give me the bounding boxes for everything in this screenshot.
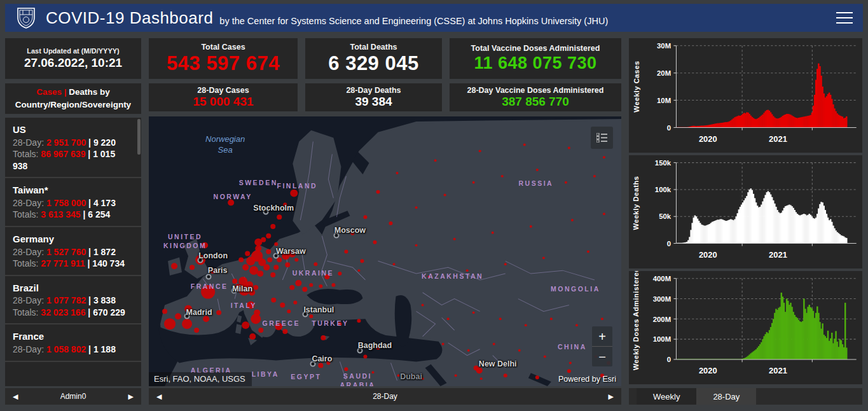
admin-pager: ◀ Admin0 ▶ [5, 388, 141, 405]
legend-icon[interactable] [591, 127, 613, 149]
svg-text:300M: 300M [653, 295, 671, 302]
svg-text:2020: 2020 [699, 366, 717, 375]
total-cases-tile[interactable]: Total Cases 543 597 674 [149, 38, 298, 79]
admin-prev-arrow[interactable]: ◀ [5, 393, 25, 401]
day28-vaccine-tile[interactable]: 28-Day Vaccine Doses Administered 387 85… [450, 83, 621, 111]
page-subtitle: by the Center for Systems Science and En… [219, 16, 608, 26]
country-row[interactable]: France28-Day: 1 058 802 | 1 188 [5, 324, 141, 361]
chart-tabs: Weekly 28-Day [629, 388, 862, 405]
day28-cases-value: 15 000 431 [193, 95, 253, 109]
svg-text:200M: 200M [653, 315, 671, 323]
map-attribution: Esri, FAO, NOAA, USGS [149, 372, 252, 386]
chart-ylabel: Weekly Cases [633, 60, 640, 112]
chart-ylabel: Weekly Doses Administered [633, 271, 640, 370]
country-name: Germany [13, 233, 131, 246]
chart-ylabel: Weekly Deaths [633, 176, 640, 230]
svg-text:0: 0 [667, 240, 671, 247]
day28-vaccine-value: 387 856 770 [502, 95, 569, 109]
svg-text:0: 0 [667, 356, 671, 363]
map-pager: ◀ 28-Day ▶ [149, 388, 621, 405]
zoom-in-button[interactable]: + [592, 326, 612, 346]
svg-text:2021: 2021 [769, 134, 787, 144]
country-list-header: Cases | Deaths by Country/Region/Soverei… [5, 83, 141, 114]
page-title: COVID-19 Dashboard [46, 8, 213, 28]
admin-next-arrow[interactable]: ▶ [121, 393, 141, 401]
main-column: Total Cases 543 597 674 Total Deaths 6 3… [149, 38, 621, 405]
deaths-toggle[interactable]: Deaths by [69, 87, 110, 97]
svg-text:50k: 50k [659, 213, 672, 221]
country-totals-line: Totals: 27 771 911 | 140 734 [13, 258, 131, 269]
total-deaths-label: Total Deaths [350, 43, 397, 52]
map-prev-arrow[interactable]: ◀ [149, 393, 169, 401]
svg-text:20M: 20M [657, 69, 671, 77]
day28-vaccine-label: 28-Day Vaccine Doses Administered [467, 86, 604, 95]
jhu-shield-logo [17, 7, 36, 29]
svg-text:2021: 2021 [769, 250, 787, 260]
charts-column: 010M20M30M20202021Weekly Cases 050k100k1… [629, 38, 862, 405]
svg-text:100k: 100k [655, 186, 672, 193]
country-28day-line: 28-Day: 1 077 782 | 3 838 [13, 295, 131, 306]
country-row[interactable]: Taiwan*28-Day: 1 758 000 | 4 173Totals: … [5, 178, 141, 227]
powered-by-esri: Powered by Esri [558, 375, 616, 384]
country-28day-line: 28-Day: 1 758 000 | 4 173 [13, 197, 131, 209]
svg-text:2020: 2020 [699, 134, 717, 144]
weekly-deaths-chart: 050k100k150k20202021Weekly Deaths [629, 155, 862, 268]
tab-28day[interactable]: 28-Day [696, 388, 756, 405]
map-next-arrow[interactable]: ▶ [601, 393, 621, 401]
svg-text:2020: 2020 [699, 250, 717, 260]
day28-deaths-tile[interactable]: 28-Day Deaths 39 384 [305, 83, 442, 111]
zoom-out-button[interactable]: − [592, 347, 612, 366]
left-sidebar: Last Updated at (M/D/YYYY) 27.06.2022, 1… [5, 38, 141, 405]
last-updated-value: 27.06.2022, 10:21 [24, 56, 122, 70]
country-name: France [13, 330, 131, 343]
weekly-cases-chart: 010M20M30M20202021Weekly Cases [629, 38, 862, 153]
svg-text:10M: 10M [657, 97, 671, 104]
day28-deaths-value: 39 384 [355, 95, 392, 109]
svg-text:150k: 150k [655, 159, 672, 167]
country-name: Taiwan* [13, 184, 131, 197]
country-totals-line: Totals: 3 613 345 | 6 254 [13, 209, 131, 220]
last-updated-label: Last Updated at (M/D/YYYY) [27, 47, 119, 55]
tab-weekly[interactable]: Weekly [637, 388, 696, 405]
total-vaccine-tile[interactable]: Total Vaccine Doses Administered 11 648 … [450, 38, 621, 79]
total-deaths-tile[interactable]: Total Deaths 6 329 045 [305, 38, 442, 79]
svg-text:0: 0 [667, 124, 671, 132]
dashboard-page: COVID-19 Dashboard by the Center for Sys… [0, 0, 868, 411]
list-scrollbar[interactable] [137, 119, 141, 155]
total-vaccine-label: Total Vaccine Doses Administered [471, 44, 600, 53]
svg-text:100M: 100M [653, 335, 671, 343]
day28-cases-label: 28-Day Cases [197, 86, 249, 95]
map-zoom-control: + − [592, 326, 612, 366]
menu-icon[interactable] [835, 10, 854, 25]
country-list[interactable]: US28-Day: 2 951 700 | 9 220Totals: 86 96… [5, 118, 141, 386]
total-cases-label: Total Cases [201, 43, 245, 52]
weekly-deaths-svg: 050k100k150k20202021Weekly Deaths [629, 155, 862, 268]
day28-deaths-label: 28-Day Deaths [346, 86, 401, 95]
svg-text:400M: 400M [653, 275, 671, 282]
map-canvas [149, 116, 621, 386]
svg-text:2021: 2021 [769, 366, 787, 375]
total-cases-value: 543 597 674 [167, 52, 280, 75]
last-updated-panel: Last Updated at (M/D/YYYY) 27.06.2022, 1… [5, 38, 141, 79]
total-vaccine-value: 11 648 075 730 [474, 53, 596, 73]
country-28day-line: 28-Day: 1 058 802 | 1 188 [13, 344, 131, 355]
weekly-cases-svg: 010M20M30M20202021Weekly Cases [629, 38, 862, 153]
world-map[interactable]: Norwegian SeaSWEDENFINLANDNORWAYRUSSIAUN… [149, 116, 621, 386]
country-name: US [13, 123, 131, 136]
weekly-doses-chart: 0100M200M300M400M20202021Weekly Doses Ad… [629, 271, 862, 384]
svg-text:30M: 30M [657, 42, 671, 50]
country-list-header-line2: Country/Region/Sovereignty [15, 99, 131, 111]
total-deaths-value: 6 329 045 [328, 52, 418, 75]
country-28day-line: 28-Day: 1 527 760 | 1 872 [13, 246, 131, 258]
cases-toggle[interactable]: Cases [36, 87, 62, 97]
country-row[interactable]: Germany28-Day: 1 527 760 | 1 872Totals: … [5, 227, 141, 276]
weekly-doses-svg: 0100M200M300M400M20202021Weekly Doses Ad… [629, 271, 862, 384]
map-pager-label: 28-Day [149, 392, 621, 401]
country-totals-line: Totals: 32 023 166 | 670 229 [13, 307, 131, 318]
header-divider: | [62, 87, 69, 97]
app-header: COVID-19 Dashboard by the Center for Sys… [5, 4, 863, 32]
country-28day-line: 28-Day: 2 951 700 | 9 220 [13, 137, 131, 148]
country-row[interactable]: US28-Day: 2 951 700 | 9 220Totals: 86 96… [5, 118, 141, 178]
day28-cases-tile[interactable]: 28-Day Cases 15 000 431 [149, 83, 298, 111]
country-row[interactable]: Brazil28-Day: 1 077 782 | 3 838Totals: 3… [5, 276, 141, 325]
